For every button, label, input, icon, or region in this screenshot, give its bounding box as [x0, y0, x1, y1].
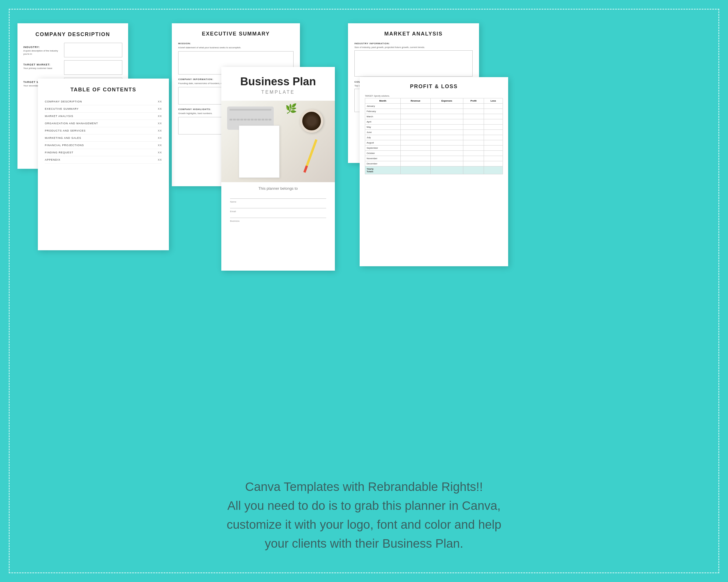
cover-email-field: Email [230, 203, 326, 213]
toc-label-4: ORGANIZATION AND MANAGEMENT [45, 122, 98, 125]
col-expenses: Expenses [431, 99, 463, 104]
table-row: February [365, 109, 503, 114]
plant-decoration: 🌿 [285, 103, 297, 114]
bottom-text-content: Canva Templates with Rebrandable Rights!… [58, 477, 670, 553]
coffee-decoration [300, 109, 323, 133]
profit-loss-table: Month Revenue Expenses Profit Loss Janua… [365, 98, 503, 174]
toc-item-5: PRODUCTS AND SERVICES XX [45, 127, 162, 134]
toc-card: TABLE OF CONTENTS COMPANY DESCRIPTION XX… [38, 79, 169, 250]
toc-label-9: APPENDIX [45, 158, 60, 161]
totals-row: YearlyTotals [365, 166, 503, 174]
cover-top: Business Plan TEMPLATE [221, 67, 335, 101]
toc-label-2: EXECUTIVE SUMMARY [45, 107, 79, 110]
table-row: June [365, 130, 503, 135]
toc-label-8: FINDING REQUEST [45, 151, 73, 154]
cover-subtitle: TEMPLATE [230, 90, 326, 95]
bottom-line-3: customize it with your logo, font and co… [227, 518, 501, 531]
bottom-text-area: Canva Templates with Rebrandable Rights!… [0, 471, 728, 559]
table-row: September [365, 145, 503, 151]
table-row: April [365, 119, 503, 124]
cover-title: Business Plan [230, 76, 326, 88]
toc-page-6: XX [158, 137, 162, 139]
toc-label-5: PRODUCTS AND SERVICES [45, 129, 86, 132]
toc-item-9: APPENDIX XX [45, 156, 162, 164]
toc-page-7: XX [158, 144, 162, 147]
toc-label-6: MARKETING AND SALES [45, 137, 81, 139]
toc-page-9: XX [158, 158, 162, 161]
toc-item-8: FINDING REQUEST XX [45, 149, 162, 156]
pencil-decoration [304, 139, 318, 172]
col-loss: Loss [484, 99, 503, 104]
table-row: October [365, 151, 503, 156]
col-profit: Profit [463, 99, 484, 104]
toc-item-1: COMPANY DESCRIPTION XX [45, 98, 162, 105]
toc-page-1: XX [158, 100, 162, 103]
notebook-decoration [239, 126, 280, 178]
toc-label-3: MARKET ANALYSIS [45, 115, 73, 117]
toc-label-1: COMPANY DESCRIPTION [45, 100, 82, 103]
cover-name-field: Name [230, 194, 326, 203]
bottom-line-4: your clients with their Business Plan. [265, 536, 463, 550]
bottom-line-1: Canva Templates with Rebrandable Rights!… [245, 480, 483, 494]
toc-item-3: MARKET ANALYSIS XX [45, 113, 162, 120]
toc-page-5: XX [158, 129, 162, 132]
toc-page-4: XX [158, 122, 162, 125]
company-desc-bg-title: COMPANY DESCRIPTION [23, 31, 122, 37]
toc-label-7: FINANCIAL PROJECTIONS [45, 144, 84, 147]
cover-card: Business Plan TEMPLATE [221, 67, 335, 271]
profit-loss-title: PROFIT & LOSS [365, 84, 503, 90]
toc-page-2: XX [158, 107, 162, 110]
background: COMPANY DESCRIPTION INDUSTRY: A quick de… [0, 0, 728, 582]
table-row: July [365, 135, 503, 140]
table-row: August [365, 140, 503, 145]
toc-item-6: MARKETING AND SALES XX [45, 134, 162, 142]
table-row: May [365, 124, 503, 130]
table-row: November [365, 156, 503, 161]
toc-item-2: EXECUTIVE SUMMARY XX [45, 105, 162, 113]
table-row: January [365, 104, 503, 109]
toc-title: TABLE OF CONTENTS [45, 87, 162, 93]
market-analysis-title: MARKET ANALYSIS [355, 31, 473, 37]
toc-page-8: XX [158, 151, 162, 154]
profit-loss-card: PROFIT & LOSS TARGET: Specify solutions.… [360, 77, 508, 266]
col-revenue: Revenue [401, 99, 431, 104]
cover-belongs-text: This planner belongs to [230, 186, 326, 191]
cover-bottom: This planner belongs to Name Email Busin… [221, 182, 335, 228]
cover-business-field: Business [230, 213, 326, 222]
col-month: Month [365, 99, 401, 104]
toc-item-7: FINANCIAL PROJECTIONS XX [45, 142, 162, 149]
toc-list: COMPANY DESCRIPTION XX EXECUTIVE SUMMARY… [45, 98, 162, 164]
toc-item-4: ORGANIZATION AND MANAGEMENT XX [45, 120, 162, 127]
toc-page-3: XX [158, 115, 162, 117]
bottom-line-2: All you need to do is to grab this plann… [228, 499, 501, 512]
exec-summary-title: EXECUTIVE SUMMARY [178, 31, 293, 37]
table-row: December [365, 161, 503, 166]
cover-image: 🌿 [221, 101, 335, 182]
table-row: March [365, 114, 503, 119]
